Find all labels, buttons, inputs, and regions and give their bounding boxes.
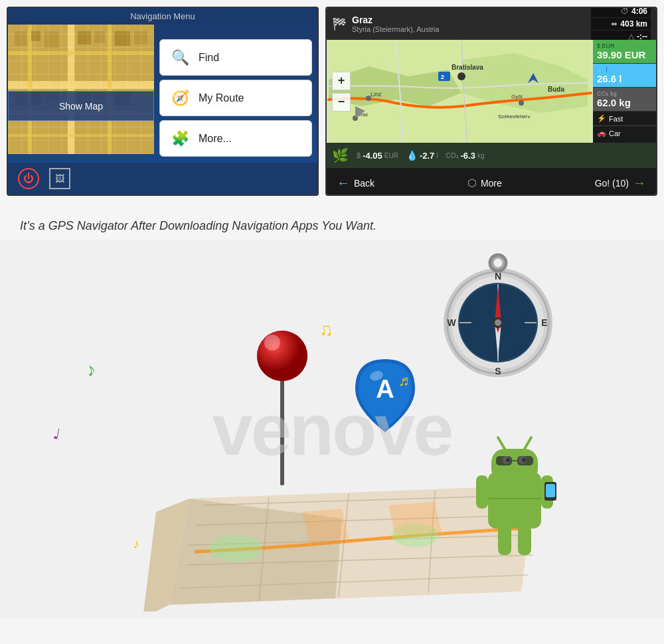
my-route-button[interactable]: 🧭 My Route <box>159 80 312 116</box>
vehicle-stat: 🚗 Car <box>593 126 656 140</box>
svg-rect-79 <box>498 525 511 555</box>
svg-rect-11 <box>78 31 91 44</box>
svg-rect-10 <box>44 31 59 48</box>
gps-location-info: Graz Styria (Steiermark), Austria <box>352 15 586 33</box>
gps-route-screenshot: 🏁 Graz Styria (Steiermark), Austria ⏱ 4:… <box>325 7 657 196</box>
gps-side-stats: $ EUR 39.90 EUR 💧 l 26.6 l CO₂ kg 62.0 k… <box>593 40 656 143</box>
gps-map-area: Linz Bratislava Győr Buda Székesfehérv G… <box>327 40 593 143</box>
svg-point-78 <box>493 258 503 268</box>
find-button[interactable]: 🔍 Find <box>159 39 312 76</box>
show-map-button[interactable]: Show Map <box>8 91 154 121</box>
svg-rect-91 <box>496 456 512 465</box>
speed-type-stat: ⚡ Fast <box>593 112 656 126</box>
svg-text:Buda: Buda <box>548 86 564 93</box>
svg-text:Győr: Győr <box>511 94 523 100</box>
svg-rect-1 <box>8 81 154 89</box>
svg-point-49 <box>209 535 262 562</box>
zoom-out-button[interactable]: − <box>332 93 351 112</box>
folded-map <box>143 485 535 611</box>
svg-line-86 <box>525 438 531 449</box>
top-screenshots: Navigation Menu <box>0 0 664 202</box>
go-label: Go! (10) <box>595 178 629 189</box>
nav-map-preview: Show Map <box>8 25 154 154</box>
svg-text:W: W <box>447 317 456 328</box>
illustration-section: venove ♪ ♩ ♫ ♬ ♪ <box>0 240 664 618</box>
svg-rect-92 <box>517 456 533 465</box>
svg-rect-81 <box>476 475 488 509</box>
time-stat: ⏱ 4:06 <box>591 7 651 17</box>
more-button[interactable]: 🧩 More... <box>159 120 312 157</box>
nav-menu-title: Navigation Menu <box>8 8 317 25</box>
svg-rect-80 <box>518 525 531 555</box>
bottom-cost-value: -4.05 <box>363 151 382 161</box>
svg-point-55 <box>257 331 307 381</box>
bottom-co2: CO₂ -6.3 kg <box>446 151 485 161</box>
nav-menu-buttons: 🔍 Find 🧭 My Route 🧩 More... <box>154 25 317 171</box>
svg-rect-2 <box>68 25 74 154</box>
gps-nav-bar: ← Back ⬡ More Go! (10) → <box>327 168 656 196</box>
middle-section: It’s a GPS Navigator After Downloading N… <box>0 202 664 240</box>
header-right-stats: ⏱ 4:06 ⬌ 403 km △ -:-- <box>591 7 651 42</box>
distance-stat: ⬌ 403 km <box>591 18 651 30</box>
svg-rect-3 <box>28 25 32 154</box>
back-arrow-icon: ← <box>337 175 350 191</box>
leaf-icon: 🌿 <box>332 147 349 163</box>
zoom-buttons: + − <box>332 72 351 112</box>
watermark: venove <box>212 387 452 471</box>
svg-rect-84 <box>491 449 538 482</box>
find-label: Find <box>199 52 219 64</box>
svg-marker-51 <box>302 509 349 542</box>
svg-rect-4 <box>108 25 112 154</box>
gps-map-body: Linz Bratislava Győr Buda Székesfehérv G… <box>327 40 656 143</box>
distance-icon: ⬌ <box>611 19 618 29</box>
svg-point-72 <box>495 319 501 326</box>
go-button[interactable]: Go! (10) → <box>595 175 646 191</box>
my-route-icon: 🧭 <box>168 86 192 110</box>
more-icon: 🧩 <box>168 127 192 151</box>
music-note-2: ♩ <box>52 425 61 443</box>
info-button[interactable]: 🖼 <box>49 168 70 189</box>
bottom-fuel-value: -2.7 <box>420 151 434 161</box>
more-label: More... <box>199 133 232 145</box>
go-arrow-icon: → <box>633 175 646 191</box>
svg-text:S: S <box>495 366 501 376</box>
flag-icon: 🏁 <box>332 17 347 31</box>
music-note-5: ♪ <box>133 536 139 552</box>
speed-type-value: Fast <box>609 115 623 123</box>
bottom-cost: $ -4.05 EUR <box>357 151 398 161</box>
gps-map-svg: Linz Bratislava Győr Buda Székesfehérv G… <box>327 40 593 143</box>
svg-text:Székesfehérv: Székesfehérv <box>498 114 530 120</box>
svg-point-26 <box>457 72 465 80</box>
svg-rect-5 <box>8 51 154 55</box>
co2-stat: CO₂ kg 62.0 kg <box>593 88 656 112</box>
gps-city: Graz <box>352 15 586 25</box>
svg-rect-0 <box>8 25 154 154</box>
svg-text:E: E <box>541 317 547 328</box>
svg-line-85 <box>498 438 505 449</box>
fuel-stat: 💧 l 26.6 l <box>593 64 656 88</box>
svg-text:Bratislava: Bratislava <box>452 64 483 71</box>
clock-icon: ⏱ <box>621 7 629 16</box>
back-label: Back <box>354 178 374 189</box>
svg-rect-7 <box>8 134 154 137</box>
nav-map-svg <box>8 25 154 154</box>
zoom-in-button[interactable]: + <box>332 72 351 90</box>
svg-rect-12 <box>94 31 105 43</box>
cost-stat: $ EUR 39.90 EUR <box>593 40 656 64</box>
music-note-4: ♬ <box>398 372 410 390</box>
svg-marker-52 <box>388 502 442 535</box>
gps-more-button[interactable]: ⬡ More <box>467 177 502 189</box>
cost-value: 39.90 EUR <box>597 49 652 60</box>
time-value: 4:06 <box>631 7 647 16</box>
svg-rect-9 <box>31 31 41 41</box>
bottom-fuel: 💧 -2.7 l <box>406 150 438 161</box>
svg-rect-95 <box>546 484 555 497</box>
compass: N E S W <box>444 255 552 377</box>
power-button[interactable]: ⏻ <box>18 168 39 189</box>
svg-text:Linz: Linz <box>371 91 382 98</box>
back-button[interactable]: ← Back <box>337 175 374 191</box>
gps-region: Styria (Steiermark), Austria <box>352 25 586 33</box>
svg-text:2: 2 <box>441 74 444 80</box>
bottom-co2-value: -6.3 <box>461 151 475 161</box>
find-icon: 🔍 <box>168 46 192 70</box>
